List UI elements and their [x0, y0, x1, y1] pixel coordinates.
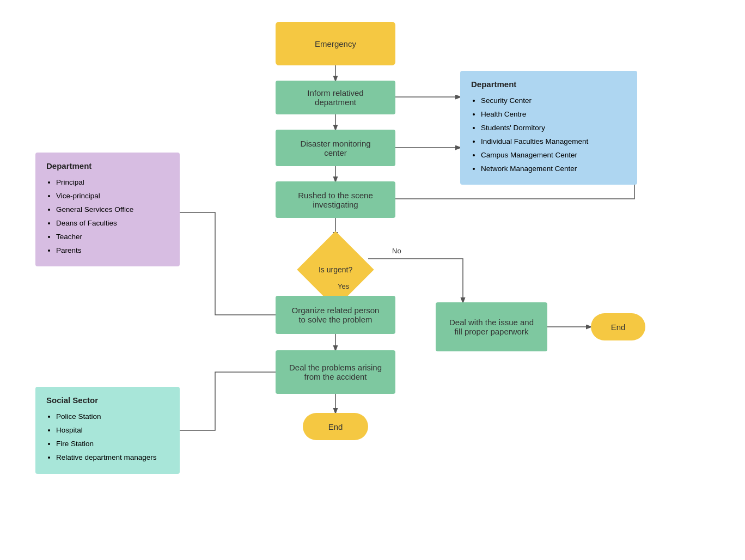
list-item: Hospital	[56, 424, 169, 437]
list-item: Parents	[56, 244, 169, 258]
list-item: Vice-principal	[56, 190, 169, 203]
inform-label: Inform relatived department	[307, 88, 363, 107]
list-item: Police Station	[56, 410, 169, 424]
list-item: Fire Station	[56, 437, 169, 451]
end2-label: End	[611, 322, 626, 332]
yes-label: Yes	[338, 282, 349, 290]
deal-issue-label: Deal with the issue and fill proper pape…	[449, 318, 534, 336]
emergency-box: Emergency	[276, 22, 395, 65]
emergency-label: Emergency	[315, 39, 356, 48]
disaster-label: Disaster monitoring center	[300, 139, 370, 157]
social-title: Social Sector	[46, 395, 169, 405]
end2-box: End	[591, 313, 645, 340]
purple-dept-list: Principal Vice-principal General Service…	[46, 176, 169, 258]
disaster-box: Disaster monitoring center	[276, 130, 395, 166]
blue-department-box: Department Security Center Health Centre…	[460, 71, 637, 185]
list-item: Campus Management Center	[481, 149, 626, 162]
list-item: Network Management Center	[481, 162, 626, 176]
list-item: Deans of Faculties	[56, 217, 169, 230]
list-item: Principal	[56, 176, 169, 190]
organize-label: Organize related person to solve the pro…	[292, 306, 380, 324]
list-item: Individual Faculties Management	[481, 135, 626, 149]
deal-accident-box: Deal the problems arising from the accid…	[276, 350, 395, 394]
rushed-label: Rushed to the scene investigating	[298, 191, 373, 209]
rushed-box: Rushed to the scene investigating	[276, 181, 395, 218]
deal-issue-box: Deal with the issue and fill proper pape…	[436, 302, 547, 351]
blue-dept-list: Security Center Health Centre Students' …	[471, 94, 626, 176]
blue-dept-title: Department	[471, 80, 626, 89]
list-item: Health Centre	[481, 108, 626, 121]
deal-accident-label: Deal the problems arising from the accid…	[289, 363, 382, 381]
social-sector-box: Social Sector Police Station Hospital Fi…	[35, 387, 180, 474]
list-item: Relative department managers	[56, 451, 169, 465]
organize-box: Organize related person to solve the pro…	[276, 296, 395, 334]
list-item: General Services Office	[56, 203, 169, 217]
no-label: No	[392, 247, 401, 255]
purple-dept-title: Department	[46, 161, 169, 171]
end1-label: End	[328, 422, 343, 431]
inform-box: Inform relatived department	[276, 81, 395, 114]
list-item: Students' Dormitory	[481, 121, 626, 135]
diamond-container: Is urgent?	[303, 237, 368, 302]
social-list: Police Station Hospital Fire Station Rel…	[46, 410, 169, 465]
list-item: Teacher	[56, 230, 169, 244]
urgent-label: Is urgent?	[319, 265, 352, 274]
purple-department-box: Department Principal Vice-principal Gene…	[35, 153, 180, 266]
list-item: Security Center	[481, 94, 626, 108]
end1-box: End	[303, 413, 368, 440]
flowchart: Emergency Inform relatived department Di…	[0, 0, 745, 560]
